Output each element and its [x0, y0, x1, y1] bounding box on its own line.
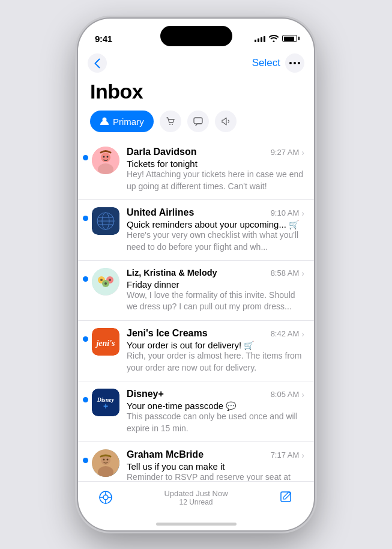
- svg-point-4: [169, 124, 170, 125]
- preview-2: Wow, I love the formality of this invite…: [127, 290, 304, 313]
- tab-social[interactable]: [187, 111, 209, 132]
- chevron-5: ›: [301, 450, 304, 460]
- unread-dot: [83, 397, 88, 402]
- select-button[interactable]: Select: [252, 57, 280, 69]
- avatar-jenis: jeni's: [92, 328, 119, 356]
- mail-item-1[interactable]: United Airlines 9:10 AM › Quick reminder…: [78, 200, 314, 261]
- dynamic-island: [160, 26, 232, 46]
- status-icons: [255, 35, 297, 42]
- unread-dot: [83, 458, 88, 463]
- mail-body-5: Graham McBride 7:17 AM › Tell us if you …: [127, 449, 304, 481]
- preview-4: This passcode can only be used once and …: [127, 411, 304, 434]
- unread-dot: [83, 276, 88, 282]
- back-icon: [94, 58, 100, 68]
- svg-rect-6: [194, 118, 202, 124]
- filter-button[interactable]: [95, 487, 116, 508]
- unread-dot: [83, 155, 88, 160]
- subject-4: Your one-time passcode 💬: [127, 401, 304, 411]
- time-0: 9:27 AM: [271, 148, 300, 157]
- nav-actions: Select: [252, 53, 304, 73]
- shopping-badge-3: 🛒: [244, 341, 254, 350]
- chevron-3: ›: [301, 329, 304, 339]
- svg-text:+: +: [103, 401, 108, 411]
- subject-0: Tickets for tonight: [127, 159, 304, 169]
- unread-dot: [83, 336, 88, 342]
- svg-point-10: [103, 156, 105, 158]
- bottom-status: Updated Just Now 12 Unread: [116, 489, 276, 506]
- mail-item-0[interactable]: Darla Davidson 9:27 AM › Tickets for ton…: [78, 139, 314, 200]
- subject-1: Quick reminders about your upcoming... 🛒: [127, 219, 304, 229]
- avatar-darla: [92, 147, 119, 174]
- mail-body-0: Darla Davidson 9:27 AM › Tickets for ton…: [127, 147, 304, 192]
- svg-point-23: [109, 279, 111, 281]
- subject-3: Your order is out for delivery! 🛒: [127, 340, 304, 350]
- unread-dot: [83, 216, 88, 221]
- mail-body-2: Liz, Kristina & Melody 8:58 AM › Friday …: [127, 268, 304, 313]
- chevron-1: ›: [301, 208, 304, 218]
- shopping-badge-1: 🛒: [289, 220, 299, 229]
- mail-body-1: United Airlines 9:10 AM › Quick reminder…: [127, 207, 304, 253]
- avatar-group: [92, 268, 119, 296]
- avatar-united: [92, 207, 119, 235]
- chevron-0: ›: [301, 148, 304, 157]
- compose-button[interactable]: [276, 487, 297, 508]
- svg-text:jeni's: jeni's: [95, 339, 115, 348]
- sender-0: Darla Davidson: [127, 147, 196, 157]
- chat-icon: [193, 116, 204, 127]
- svg-rect-41: [281, 492, 291, 502]
- subject-2: Friday dinner: [127, 279, 304, 290]
- status-time: 9:41: [95, 34, 112, 44]
- filter-icon: [98, 490, 113, 505]
- tab-shopping[interactable]: [160, 111, 181, 132]
- tab-promotions[interactable]: [215, 111, 237, 132]
- sender-5: Graham McBride: [127, 449, 204, 460]
- chevron-4: ›: [301, 390, 304, 399]
- svg-point-34: [107, 459, 109, 461]
- preview-3: Rich, your order is almost here. The ite…: [127, 350, 304, 374]
- home-indicator: [156, 523, 237, 526]
- chevron-2: ›: [301, 268, 304, 278]
- update-status: Updated Just Now: [116, 489, 276, 498]
- svg-point-1: [294, 62, 296, 64]
- mail-item-4[interactable]: Disney + Disney+ 8:05 AM › Your one-time…: [78, 381, 314, 442]
- svg-point-5: [172, 124, 173, 125]
- mail-item-2[interactable]: Liz, Kristina & Melody 8:58 AM › Friday …: [78, 261, 314, 321]
- category-tabs: Primary: [78, 111, 314, 139]
- person-icon: [100, 117, 109, 126]
- time-3: 8:42 AM: [271, 329, 300, 338]
- nav-bar: Select: [78, 51, 314, 77]
- compose-icon: [279, 490, 294, 505]
- more-icon: [289, 62, 300, 64]
- svg-point-2: [298, 62, 300, 64]
- preview-5: Reminder to RSVP and reserve your seat a…: [127, 472, 304, 481]
- time-1: 9:10 AM: [271, 208, 300, 217]
- unread-count: 12 Unread: [116, 498, 276, 506]
- preview-1: Here's your very own checklist with what…: [127, 229, 304, 253]
- tab-primary[interactable]: Primary: [90, 111, 154, 132]
- megaphone-icon: [220, 116, 231, 127]
- time-4: 8:05 AM: [271, 390, 300, 399]
- bottom-bar: Updated Just Now 12 Unread: [78, 481, 314, 520]
- time-2: 8:58 AM: [271, 268, 300, 278]
- svg-point-36: [103, 495, 108, 500]
- chat-badge-4: 💬: [226, 401, 236, 411]
- avatar-graham: [92, 449, 119, 477]
- sender-4: Disney+: [127, 389, 164, 399]
- svg-point-24: [104, 282, 107, 285]
- mail-body-3: Jeni's Ice Creams 8:42 AM › Your order i…: [127, 328, 304, 374]
- avatar-disney: Disney +: [92, 389, 119, 416]
- mail-item-3[interactable]: jeni's Jeni's Ice Creams 8:42 AM › Your …: [78, 321, 314, 381]
- mail-content: Inbox Primary: [78, 77, 314, 530]
- battery-icon: [282, 35, 297, 42]
- subject-5: Tell us if you can make it: [127, 461, 304, 472]
- back-button[interactable]: [88, 53, 107, 73]
- sender-2: Liz, Kristina & Melody: [127, 268, 217, 278]
- sender-1: United Airlines: [127, 207, 194, 218]
- time-5: 7:17 AM: [271, 450, 300, 460]
- sender-3: Jeni's Ice Creams: [127, 328, 208, 339]
- wifi-icon: [269, 35, 279, 42]
- svg-point-0: [289, 62, 292, 64]
- mail-body-4: Disney+ 8:05 AM › Your one-time passcode…: [127, 389, 304, 434]
- more-button[interactable]: [285, 53, 304, 73]
- mail-item-5[interactable]: Graham McBride 7:17 AM › Tell us if you …: [78, 442, 314, 481]
